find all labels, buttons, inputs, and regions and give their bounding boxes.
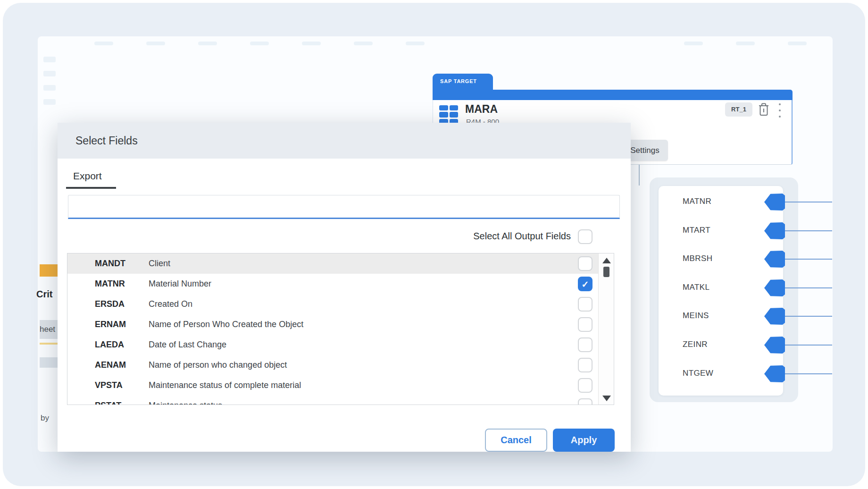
row-fragment xyxy=(40,357,58,368)
trash-icon[interactable] xyxy=(757,102,770,117)
field-row[interactable]: MATNR Material Number ✓ xyxy=(67,274,614,294)
field-desc: Name of Person Who Created the Object xyxy=(149,314,303,335)
field-row[interactable]: MANDT Client xyxy=(67,253,614,274)
field-checkbox[interactable] xyxy=(578,256,593,271)
target-field-label: MATKL xyxy=(683,283,753,292)
target-field-label: MBRSH xyxy=(683,254,753,263)
field-checkbox[interactable] xyxy=(578,398,593,405)
field-checkbox[interactable] xyxy=(578,337,593,352)
connector-line-vertical xyxy=(639,165,640,185)
field-desc: Maintenance status of complete material xyxy=(149,375,301,396)
field-row-clipped[interactable]: PSTAT Maintenance status xyxy=(67,396,614,405)
table-grid-icon xyxy=(439,105,458,124)
target-field-label: MTART xyxy=(683,226,753,235)
field-row[interactable]: VPSTA Maintenance status of complete mat… xyxy=(67,375,614,396)
table-name: MARA xyxy=(465,103,498,116)
field-desc: Created On xyxy=(149,294,192,314)
mapping-line xyxy=(782,316,832,317)
field-checkbox[interactable] xyxy=(578,378,593,393)
mapping-line xyxy=(782,230,832,231)
field-desc: Material Number xyxy=(149,274,211,294)
screen: SAP TARGET MARA R4M - 800 RT_1 Settings … xyxy=(0,0,868,489)
runtime-badge: RT_1 xyxy=(725,102,752,117)
field-desc: Client xyxy=(149,253,170,274)
field-code: MANDT xyxy=(95,253,125,274)
field-checkbox-checked[interactable]: ✓ xyxy=(578,277,593,291)
mapping-line xyxy=(782,345,832,346)
field-code: MATNR xyxy=(95,274,125,294)
field-code: PSTAT xyxy=(95,396,121,405)
field-row[interactable]: ERNAM Name of Person Who Created the Obj… xyxy=(67,314,614,335)
by-label-fragment: by xyxy=(41,413,49,423)
mapping-line xyxy=(782,287,832,288)
scrollbar-thumb[interactable] xyxy=(603,267,609,277)
field-checkbox[interactable] xyxy=(578,297,593,312)
sap-target-tab[interactable]: SAP TARGET xyxy=(433,74,493,92)
select-all-label: Select All Output Fields xyxy=(473,231,571,242)
field-desc: Date of Last Change xyxy=(149,335,226,355)
criteria-label-fragment: Crit xyxy=(36,289,58,300)
cancel-button[interactable]: Cancel xyxy=(485,429,547,452)
highlight-bar-fragment xyxy=(40,264,58,277)
modal-header xyxy=(58,123,631,159)
kebab-menu-icon[interactable] xyxy=(777,103,783,118)
scroll-down-icon[interactable] xyxy=(602,396,611,401)
field-checkbox[interactable] xyxy=(578,358,593,372)
scroll-up-icon[interactable] xyxy=(602,258,611,263)
field-row[interactable]: LAEDA Date of Last Change xyxy=(67,335,614,355)
tab-export[interactable]: Export xyxy=(73,170,102,182)
target-field-label: ZEINR xyxy=(683,340,753,349)
field-list: MANDT Client MATNR Material Number ✓ ERS… xyxy=(67,253,614,405)
apply-button[interactable]: Apply xyxy=(553,429,615,452)
field-row[interactable]: AENAM Name of person who changed object xyxy=(67,355,614,375)
field-desc: Name of person who changed object xyxy=(149,355,287,375)
modal-title: Select Fields xyxy=(75,123,138,159)
target-field-label: MATNR xyxy=(683,197,753,206)
sheet-tab-fragment[interactable]: heet xyxy=(40,320,58,339)
field-checkbox[interactable] xyxy=(578,317,593,332)
target-field-label: NTGEW xyxy=(683,369,753,378)
field-code: LAEDA xyxy=(95,335,124,355)
field-desc: Maintenance status xyxy=(149,396,222,405)
list-scrollbar[interactable] xyxy=(598,253,614,405)
field-row[interactable]: ERSDA Created On xyxy=(67,294,614,314)
mapping-line xyxy=(782,373,832,374)
field-code: AENAM xyxy=(95,355,126,375)
field-code: VPSTA xyxy=(95,375,123,396)
select-fields-modal: Select Fields Export Select All Output F… xyxy=(58,123,631,452)
field-code: ERSDA xyxy=(95,294,125,314)
mapping-line xyxy=(782,259,832,260)
mapping-line xyxy=(782,202,832,202)
divider-fragment xyxy=(40,343,58,345)
sap-target-header-bar xyxy=(433,90,793,100)
target-field-label: MEINS xyxy=(683,311,753,320)
field-search-input[interactable] xyxy=(68,195,620,219)
tab-active-underline xyxy=(66,187,116,189)
field-code: ERNAM xyxy=(95,314,126,335)
select-all-checkbox[interactable] xyxy=(578,229,593,244)
